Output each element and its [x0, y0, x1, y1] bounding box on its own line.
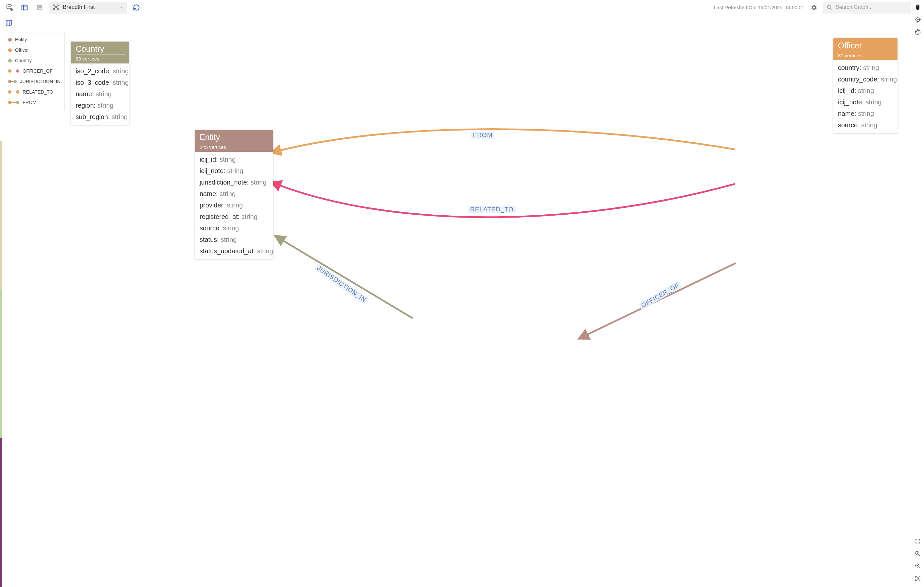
node-entity-sub: 245 vertices: [200, 143, 268, 150]
node-attr: sub_region: string: [71, 111, 129, 123]
last-refreshed-label: Last Refreshed On: 16/01/2025, 14:00:01: [714, 5, 804, 10]
node-attr: name: string: [833, 108, 898, 119]
layout-select-label: Breadth First: [63, 4, 94, 10]
svg-rect-2: [22, 5, 28, 10]
legend-label: OFFICER_OF: [23, 68, 53, 74]
node-attr: provider: string: [195, 200, 273, 211]
image-icon[interactable]: [34, 2, 45, 13]
node-attr: iso_2_code: string: [71, 66, 129, 77]
legend-edge-officer_of[interactable]: OFFICER_OF: [4, 66, 64, 76]
svg-point-12: [917, 19, 918, 20]
list-view-icon[interactable]: [19, 2, 30, 13]
legend-dot: [8, 59, 12, 63]
graph-icon: [52, 3, 59, 11]
target-icon[interactable]: [913, 15, 922, 24]
legend-node-entity[interactable]: Entity: [4, 35, 64, 45]
node-attr: region: string: [71, 100, 129, 111]
legend-edge-related_to[interactable]: RELATED_TO: [4, 87, 64, 97]
node-officer[interactable]: Officer 81 vertices country: stringcount…: [833, 38, 898, 133]
search-input-field[interactable]: [835, 2, 909, 13]
legend-label: JURISDICTION_IN: [20, 79, 61, 84]
node-officer-attrs: country: stringcountry_code: stringicij_…: [833, 60, 898, 133]
legend-label: FROM: [23, 100, 37, 105]
svg-point-14: [917, 30, 917, 31]
legend-node-country[interactable]: Country: [4, 55, 64, 66]
node-officer-title: Officer: [838, 41, 893, 50]
node-attr: name: string: [195, 188, 273, 200]
mouse-icon[interactable]: [913, 3, 922, 12]
legend-dot: [8, 38, 12, 41]
node-country-sub: 63 vertices: [76, 54, 125, 61]
node-attr: icij_id: string: [195, 154, 273, 165]
svg-point-11: [916, 18, 920, 21]
legend-edge-from[interactable]: FROM: [4, 97, 64, 108]
database-icon[interactable]: [4, 2, 15, 13]
legend-edge-glyph: [8, 70, 19, 72]
node-country-header: Country 63 vertices: [71, 41, 129, 63]
node-attr: country: string: [833, 62, 898, 74]
svg-rect-18: [917, 578, 919, 579]
svg-point-0: [7, 4, 12, 6]
svg-point-15: [918, 31, 919, 31]
legend-edge-jurisdiction_in[interactable]: JURISDICTION_IN: [4, 76, 64, 87]
node-entity-title: Entity: [200, 132, 268, 142]
legend-label: Officer: [15, 48, 29, 53]
palette-icon[interactable]: [913, 28, 922, 37]
node-country-attrs: iso_2_code: stringiso_3_code: stringname…: [71, 63, 129, 125]
node-attr: jurisdiction_note: string: [195, 177, 273, 188]
fullscreen-icon[interactable]: [913, 537, 922, 546]
legend-edge-glyph: [8, 91, 19, 93]
layout-select[interactable]: Breadth First: [49, 2, 127, 13]
chevron-down-icon: [119, 5, 124, 10]
svg-point-10: [827, 5, 831, 9]
node-attr: icij_note: string: [833, 97, 898, 108]
zoom-in-icon[interactable]: [913, 549, 922, 558]
node-officer-header: Officer 81 vertices: [833, 38, 898, 60]
toolbar: Breadth First Last Refreshed On: 16/01/2…: [0, 0, 924, 15]
node-attr: status_updated_at: string: [195, 246, 273, 257]
legend-panel: EntityOfficerCountry OFFICER_OF JURISDIC…: [4, 32, 65, 110]
node-attr: icij_note: string: [195, 165, 273, 177]
legend-node-officer[interactable]: Officer: [4, 45, 64, 55]
legend-label: Country: [15, 58, 32, 63]
svg-point-8: [57, 8, 59, 10]
svg-point-5: [53, 5, 55, 6]
legend-edge-glyph: [8, 81, 16, 82]
search-icon: [827, 4, 832, 10]
node-attr: registered_at: string: [195, 211, 273, 223]
node-entity[interactable]: Entity 245 vertices icij_id: stringicij_…: [195, 130, 273, 259]
node-country-title: Country: [76, 44, 125, 54]
svg-point-4: [38, 6, 39, 7]
node-attr: name: string: [71, 88, 129, 100]
node-country[interactable]: Country 63 vertices iso_2_code: stringis…: [71, 41, 130, 125]
node-attr: country_code: string: [833, 74, 898, 85]
legend-label: RELATED_TO: [23, 89, 53, 94]
node-officer-sub: 81 vertices: [838, 51, 893, 58]
search-graph-input[interactable]: [823, 2, 920, 13]
edges-layer: [0, 15, 911, 587]
graph-canvas[interactable]: FROM RELATED_TO JURISDICTION_IN OFFICER_…: [0, 15, 911, 587]
zoom-out-icon[interactable]: [913, 561, 922, 571]
legend-dot: [8, 48, 12, 52]
legend-edge-glyph: [8, 101, 19, 103]
svg-point-13: [916, 31, 917, 32]
node-entity-attrs: icij_id: stringicij_note: stringjurisdic…: [195, 152, 273, 259]
node-attr: iso_3_code: string: [71, 77, 129, 88]
fit-screen-icon[interactable]: [913, 574, 922, 583]
right-rail: [911, 0, 924, 587]
legend-label: Entity: [15, 37, 27, 42]
settings-icon[interactable]: [808, 2, 819, 13]
node-attr: status: string: [195, 234, 273, 246]
refresh-button[interactable]: [131, 2, 142, 13]
node-entity-header: Entity 245 vertices: [195, 130, 273, 152]
svg-point-7: [53, 8, 55, 10]
node-attr: source: string: [833, 119, 898, 131]
svg-point-6: [57, 5, 59, 6]
node-attr: icij_id: string: [833, 85, 898, 97]
node-attr: source: string: [195, 223, 273, 234]
